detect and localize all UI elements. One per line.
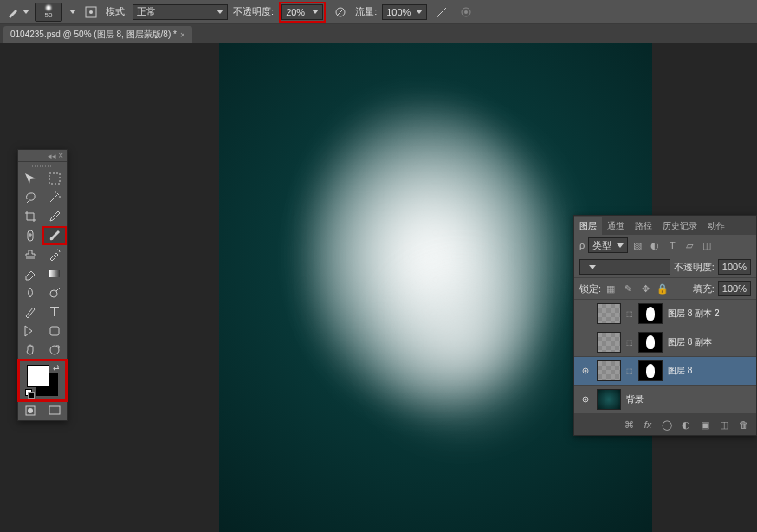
lock-all-icon[interactable]: 🔒 bbox=[657, 282, 669, 295]
fx-icon[interactable]: fx bbox=[642, 418, 654, 431]
filter-type-select[interactable]: 类型 bbox=[588, 237, 628, 253]
caret-down-icon[interactable] bbox=[69, 10, 76, 14]
filter-shape-icon[interactable]: ▱ bbox=[683, 239, 696, 251]
layer-name[interactable]: 图层 8 副本 bbox=[668, 336, 712, 348]
panel-tab-1[interactable]: 通道 bbox=[602, 217, 630, 235]
mask-icon[interactable]: ◯ bbox=[661, 418, 673, 431]
mask-thumb[interactable] bbox=[638, 303, 663, 324]
lock-pos-icon[interactable]: ✥ bbox=[639, 282, 651, 295]
layer-row[interactable]: ⬚图层 8 副本 2 bbox=[574, 300, 756, 328]
fill-value: 100% bbox=[722, 283, 747, 294]
link-icon[interactable]: ⬚ bbox=[626, 303, 633, 324]
visibility-toggle[interactable] bbox=[579, 393, 592, 405]
filter-adjust-icon[interactable]: ◐ bbox=[649, 239, 661, 251]
filter-type-icon[interactable]: T bbox=[666, 239, 678, 251]
tool-pen[interactable] bbox=[18, 302, 42, 321]
foreground-color[interactable] bbox=[27, 365, 49, 387]
document-tab[interactable]: 0104235.psd @ 50% (图层 8, 图层蒙版/8) * × bbox=[3, 26, 192, 43]
tool-marquee[interactable] bbox=[42, 169, 67, 188]
tool-eyedrop[interactable] bbox=[42, 207, 67, 226]
tool-crop[interactable] bbox=[18, 207, 42, 226]
tool-path[interactable] bbox=[18, 321, 42, 341]
layer-list: ⬚图层 8 副本 2⬚图层 8 副本⬚图层 8背景 bbox=[574, 300, 756, 414]
flow-input[interactable]: 100% bbox=[382, 4, 427, 20]
blend-mode-select[interactable]: 正常 bbox=[133, 4, 228, 20]
mask-thumb[interactable] bbox=[638, 360, 663, 381]
tool-dodge[interactable] bbox=[42, 283, 67, 302]
pressure-opacity-toggle[interactable] bbox=[331, 3, 350, 22]
close-icon[interactable]: × bbox=[180, 30, 185, 40]
tool-lasso[interactable] bbox=[18, 188, 42, 207]
brush-panel-toggle[interactable] bbox=[81, 3, 100, 22]
tool-quickmask[interactable] bbox=[18, 401, 42, 420]
panel-tab-2[interactable]: 路径 bbox=[630, 217, 657, 235]
opacity-input[interactable]: 20% bbox=[281, 4, 323, 20]
color-swatches[interactable]: ⇄ bbox=[18, 360, 67, 401]
layer-thumb[interactable] bbox=[597, 360, 621, 381]
panel-header[interactable]: ◂◂ × bbox=[18, 150, 67, 162]
opacity-label: 不透明度: bbox=[233, 5, 274, 18]
group-icon[interactable]: ▣ bbox=[699, 418, 711, 431]
layer-row[interactable]: ⬚图层 8 bbox=[574, 357, 756, 386]
link-icon[interactable]: ⬚ bbox=[626, 332, 633, 353]
layer-opacity-input[interactable]: 100% bbox=[718, 259, 751, 275]
layer-blend-select[interactable] bbox=[579, 259, 670, 275]
filter-smart-icon[interactable]: ◫ bbox=[701, 239, 713, 251]
tool-preset-button[interactable] bbox=[7, 6, 29, 18]
tool-history[interactable] bbox=[42, 245, 67, 264]
flow-label: 流量: bbox=[355, 5, 377, 18]
layer-name[interactable]: 背景 bbox=[626, 393, 644, 405]
link-icon[interactable]: ⬚ bbox=[626, 360, 633, 381]
tool-shape[interactable] bbox=[42, 321, 67, 341]
layer-row[interactable]: ⬚图层 8 副本 bbox=[574, 328, 756, 357]
collapse-icon[interactable]: ◂◂ bbox=[48, 152, 56, 160]
smoke-render bbox=[271, 75, 600, 490]
layer-thumb[interactable] bbox=[597, 332, 621, 353]
adjustment-icon[interactable]: ◐ bbox=[680, 418, 692, 431]
layer-name[interactable]: 图层 8 副本 2 bbox=[668, 308, 719, 320]
tool-eraser[interactable] bbox=[18, 264, 42, 283]
layer-thumb[interactable] bbox=[597, 303, 621, 324]
default-colors-icon[interactable] bbox=[25, 389, 34, 398]
new-layer-icon[interactable]: ◫ bbox=[718, 418, 730, 431]
tool-wand[interactable] bbox=[42, 188, 67, 207]
brush-preview[interactable]: 50 bbox=[35, 3, 62, 22]
visibility-toggle[interactable] bbox=[579, 308, 592, 320]
panel-tab-0[interactable]: 图层 bbox=[574, 217, 602, 235]
mask-thumb[interactable] bbox=[638, 332, 663, 353]
layer-row[interactable]: 背景 bbox=[574, 386, 756, 414]
tool-blur[interactable] bbox=[18, 283, 42, 302]
layer-bottom-bar: ⌘ fx ◯ ◐ ▣ ◫ 🗑 bbox=[574, 414, 756, 435]
tool-rotate[interactable] bbox=[42, 341, 67, 360]
tool-type[interactable] bbox=[42, 302, 67, 321]
tool-screen[interactable] bbox=[42, 401, 67, 420]
lock-trans-icon[interactable]: ▦ bbox=[605, 282, 617, 295]
layer-thumb[interactable] bbox=[597, 389, 621, 410]
document-tab-bar: 0104235.psd @ 50% (图层 8, 图层蒙版/8) * × bbox=[0, 24, 757, 43]
layer-name[interactable]: 图层 8 bbox=[668, 365, 692, 377]
opacity-value: 20% bbox=[286, 7, 305, 17]
trash-icon[interactable]: 🗑 bbox=[737, 418, 749, 431]
panel-grip[interactable] bbox=[18, 162, 67, 169]
close-icon[interactable]: × bbox=[58, 151, 63, 160]
swap-colors-icon[interactable]: ⇄ bbox=[53, 363, 60, 372]
tool-heal[interactable] bbox=[18, 226, 42, 245]
tool-move[interactable] bbox=[18, 169, 42, 188]
link-layers-icon[interactable]: ⌘ bbox=[623, 418, 635, 431]
layer-filter-row: ρ 类型 ▧ ◐ T ▱ ◫ bbox=[574, 235, 756, 256]
tool-gradient[interactable] bbox=[42, 264, 67, 283]
fill-input[interactable]: 100% bbox=[718, 281, 751, 296]
airbrush-toggle[interactable] bbox=[432, 3, 451, 22]
tool-stamp[interactable] bbox=[18, 245, 42, 264]
lock-pixel-icon[interactable]: ✎ bbox=[622, 282, 634, 295]
mode-label: 模式: bbox=[106, 5, 127, 18]
visibility-toggle[interactable] bbox=[579, 336, 592, 348]
visibility-toggle[interactable] bbox=[579, 365, 592, 377]
pressure-size-toggle[interactable] bbox=[456, 3, 476, 22]
caret-down-icon bbox=[23, 10, 29, 14]
panel-tab-3[interactable]: 历史记录 bbox=[657, 217, 702, 235]
tool-hand[interactable] bbox=[18, 341, 42, 360]
tool-brush[interactable] bbox=[42, 226, 67, 245]
panel-tab-4[interactable]: 动作 bbox=[702, 217, 730, 235]
filter-pixel-icon[interactable]: ▧ bbox=[631, 239, 644, 251]
